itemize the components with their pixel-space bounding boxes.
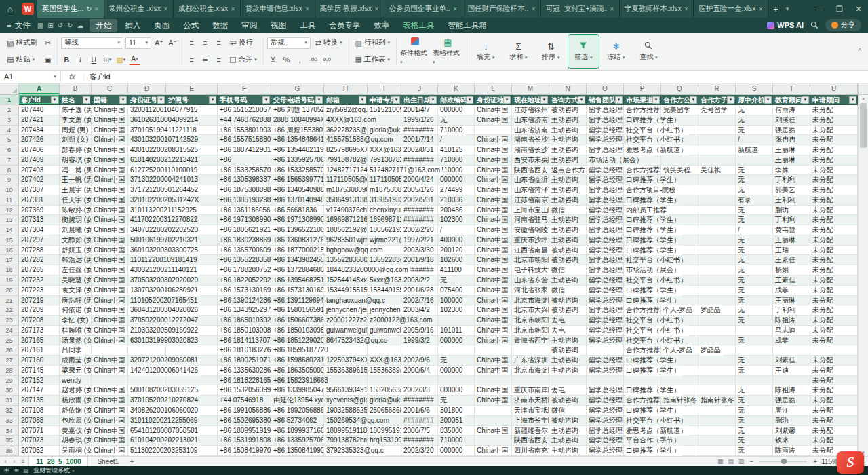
cell[interactable]: 207381	[19, 195, 60, 206]
cell[interactable]: 无	[736, 426, 773, 436]
cell[interactable]: 社交平台（小红书）	[624, 316, 661, 326]
page-break-view-icon[interactable]: ▥	[737, 458, 746, 465]
cell[interactable]: 张冉冉	[773, 135, 810, 145]
sheet-nav-right-icon[interactable]: ›	[11, 458, 17, 465]
cell[interactable]: China中国	[475, 396, 512, 406]
cell[interactable]: 王一帆 (男	[60, 175, 92, 185]
cell[interactable]: 2001/9/18	[401, 255, 438, 265]
tab-close-icon[interactable]: ✕	[231, 6, 235, 12]
cell[interactable]: +86 18501030988 g	[271, 326, 324, 336]
cell[interactable]: +44 07546918	[218, 396, 271, 406]
row-number[interactable]: 21	[0, 296, 19, 306]
cell[interactable]: +86 13356302866	[218, 366, 271, 376]
cell[interactable]: 207304	[19, 225, 60, 235]
cell[interactable]: 207440	[19, 105, 60, 115]
cell[interactable]	[624, 376, 661, 386]
cell[interactable]: 被动咨询	[549, 255, 587, 265]
cell[interactable]: 留学总经理一部	[587, 396, 624, 406]
cell[interactable]: 留学总经理一部	[587, 416, 624, 426]
cell[interactable]: 留学总经理一部	[587, 195, 624, 206]
cell[interactable]: 1696987121@163.com	[368, 215, 401, 225]
ime-indicator[interactable]: 中	[4, 467, 9, 474]
cell[interactable]: 王瑞	[773, 246, 810, 256]
cell[interactable]: 合作方推荐（机构）	[624, 345, 661, 356]
cell[interactable]: 去电	[549, 326, 587, 336]
zoom-knob[interactable]	[781, 459, 787, 464]
cell[interactable]: 西安市未央区	[512, 155, 549, 166]
cell[interactable]	[698, 255, 736, 265]
cell[interactable]: 207088	[19, 416, 60, 426]
filter-button[interactable]: ▼	[690, 96, 697, 104]
cell[interactable]: jennychen@163.com	[368, 305, 401, 316]
sheet-tab[interactable]: Sheet1	[90, 457, 125, 466]
file-tab[interactable]: 国任财产保险样本...✕	[462, 0, 541, 18]
column-header-U[interactable]: U	[810, 83, 858, 94]
cell[interactable]: 北京市朝阳区	[512, 255, 549, 265]
cell[interactable]: 陈子逸 (男	[60, 105, 92, 115]
cell[interactable]: 陕西省西安市	[512, 166, 549, 176]
cell[interactable]: +86 1818228165	[218, 376, 271, 386]
floating-s-logo[interactable]: S	[837, 451, 864, 474]
fill-button[interactable]: ↓ 填充 ▾	[471, 35, 501, 68]
task-view-icon[interactable]: ▤	[24, 468, 29, 474]
cell[interactable]: 207426	[19, 135, 60, 145]
cell[interactable]: 2888 10840994XXX	[271, 115, 324, 126]
cell[interactable]: China中国	[92, 385, 128, 396]
filter-button[interactable]: ▼	[393, 96, 400, 104]
cell[interactable]: 马志迪	[773, 326, 810, 336]
cell[interactable]: 社交平台（小红书）	[624, 126, 661, 136]
header-cell[interactable]: 父母电话号码▼	[271, 95, 324, 105]
file-tab[interactable]: 英国留学生...↻✕	[37, 0, 104, 18]
cell[interactable]: 未分配	[810, 135, 858, 145]
cell[interactable]: 主动咨询	[549, 366, 587, 376]
cell[interactable]: 无	[736, 185, 773, 195]
cell[interactable]: 社交平台（小红书）	[624, 336, 661, 346]
cell[interactable]: +86 18753080986	[218, 185, 271, 195]
cell[interactable]: 筑笑美程	[661, 166, 698, 176]
add-sheet-button[interactable]: +	[127, 457, 136, 466]
cell[interactable]: China中国	[475, 296, 512, 306]
cell[interactable]	[698, 195, 736, 206]
worksheet-button[interactable]: ▦工作表▾	[353, 54, 393, 65]
cell[interactable]	[698, 206, 736, 216]
cell[interactable]: +86 15731301691 1	[271, 286, 324, 296]
cell[interactable]: 罗晶晶	[698, 305, 736, 316]
cell[interactable]: /	[438, 135, 475, 145]
cell[interactable]: 完美留学	[661, 105, 698, 115]
cell[interactable]: 无	[736, 305, 773, 316]
file-tab[interactable]: 医护五险一金.xlsx✕	[694, 0, 768, 18]
cell[interactable]	[438, 376, 475, 386]
column-header-D[interactable]: D	[128, 83, 166, 94]
cell[interactable]: 000000	[438, 366, 475, 376]
cell[interactable]: 雅思考点（新航道）	[624, 145, 661, 155]
cell[interactable]: 吴雨桐 (女	[60, 446, 92, 456]
cell[interactable]: 口碑推荐（学生）	[624, 215, 661, 225]
menu-item[interactable]: 效率	[368, 19, 395, 32]
cell[interactable]: China中国	[92, 145, 128, 155]
cell[interactable]: 留学总经理一部	[587, 235, 624, 246]
sheet-list-icon[interactable]: ≡	[19, 458, 26, 465]
cell[interactable]: 411100	[438, 265, 475, 276]
cell[interactable]: +86 13359257067	[271, 436, 324, 446]
tab-close-icon[interactable]: ✕	[684, 6, 689, 12]
cell[interactable]: 未分配	[810, 326, 858, 336]
cell[interactable]: 新航道	[736, 145, 773, 155]
cell[interactable]: 200120	[438, 246, 475, 256]
cell[interactable]: +86 18650103922	[218, 316, 271, 326]
cell[interactable]: 未分配	[810, 225, 858, 235]
cell[interactable]: 2005/9/16	[401, 326, 438, 336]
cell[interactable]: 630103199903020823	[128, 336, 166, 346]
cell[interactable]: 未分配	[810, 246, 858, 256]
cell[interactable]	[475, 126, 512, 136]
cell[interactable]: 王丽琳	[773, 296, 810, 306]
cell[interactable]: 358649131385193	[324, 195, 368, 206]
cell[interactable]: 山东省济南市	[512, 126, 549, 136]
cell[interactable]: +86 18099519191	[218, 426, 271, 436]
menu-item[interactable]: 开始	[90, 19, 117, 32]
cell[interactable]: 2001/6/28	[401, 286, 438, 296]
cell[interactable]: 无	[736, 286, 773, 296]
cell[interactable]: 207161	[19, 345, 60, 356]
menu-item[interactable]: 审阅	[235, 19, 263, 32]
cell[interactable]: 左佳薇 (女	[60, 265, 92, 276]
cell[interactable]: 无	[736, 436, 773, 446]
